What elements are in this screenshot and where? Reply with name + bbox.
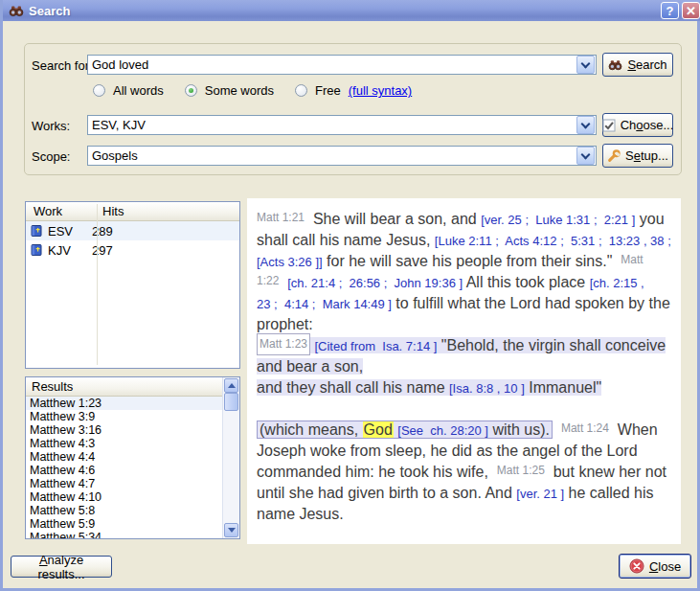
column-header-work[interactable]: Work [34, 202, 62, 220]
selected-verse-highlight: and bear a son, [257, 358, 363, 375]
verse-preview-pane[interactable]: Matt 1:21 She will bear a son, and [ver.… [247, 198, 681, 544]
search-input-value: God loved [88, 57, 576, 72]
verse-text [553, 421, 561, 438]
list-item[interactable]: Matthew 5:34 [26, 531, 223, 538]
verse-text: When [609, 421, 658, 438]
preview-line: until she had given birth to a son. And … [257, 483, 681, 504]
book-icon [30, 243, 43, 257]
cross-reference-link[interactable]: [Isa. 8:8 , 10 ] [449, 381, 525, 396]
list-item[interactable]: Matthew 4:10 [26, 490, 223, 504]
works-label: Works: [32, 119, 70, 133]
verse-marker: 1:22 [257, 271, 279, 291]
cross-reference-link[interactable]: [ch. 21:4 ; 26:56 ; John 19:36 ] [287, 276, 463, 290]
verse-text: you [635, 211, 664, 227]
cross-reference-link[interactable]: [Luke 2:11 ; Acts 4:12 ; 5:31 ; 13:23 , … [435, 234, 671, 248]
preview-line: Joseph woke from sleep, he did as the an… [257, 441, 681, 462]
verse-text: and they shall call his name [257, 379, 449, 396]
preview-line: and bear a son, [257, 356, 681, 377]
cross-reference-link[interactable]: [Acts 3:26 ]] [257, 255, 323, 269]
radio-some-words-label[interactable]: Some words [205, 83, 274, 98]
hit-count: 297 [92, 243, 113, 258]
results-list: Matthew 1:23Matthew 3:9Matthew 3:16Matth… [26, 397, 223, 538]
analyze-results-button[interactable]: Analyze results... [11, 556, 112, 578]
book-icon [30, 224, 43, 238]
cross-reference-link[interactable]: [ver. 25 ; Luke 1:31 ; 2:21 ] [481, 213, 635, 227]
verse-text: he called his [564, 485, 653, 501]
preview-line: commanded him: he took his wife, Matt 1:… [257, 462, 681, 483]
list-item[interactable]: Matthew 5:9 [26, 517, 223, 531]
verse-text: Joseph woke from sleep, he did as the an… [257, 443, 638, 459]
full-syntax-link[interactable]: (full syntax) [349, 83, 412, 98]
chevron-down-icon[interactable] [576, 56, 595, 74]
preview-line [257, 398, 681, 420]
chevron-down-icon[interactable] [576, 147, 595, 165]
close-button-label: Close [649, 559, 681, 574]
radio-free[interactable] [295, 84, 307, 97]
verse-text [279, 274, 287, 290]
hits-table-panel: Work Hits ESV289KJV297 [25, 201, 240, 369]
verse-marker: Matt [621, 250, 643, 270]
works-combo[interactable]: ESV, KJV [87, 115, 597, 135]
radio-all-words[interactable] [93, 84, 105, 97]
column-header-hits[interactable]: Hits [102, 202, 124, 220]
scrollbar-thumb[interactable] [224, 393, 238, 411]
list-item[interactable]: Matthew 3:16 [26, 423, 223, 437]
cross-reference-link[interactable]: [ver. 21 ] [516, 487, 564, 501]
results-panel: Results Matthew 1:23Matthew 3:9Matthew 3… [25, 376, 240, 539]
preview-line: (which means, God [See ch. 28:20 ] with … [257, 420, 681, 441]
preview-line: prophet: [257, 314, 681, 335]
verse-text: "Behold, the virgin shall conceive [437, 337, 666, 353]
results-header: Results [26, 377, 224, 397]
binoculars-icon [9, 3, 24, 18]
work-name: ESV [48, 224, 92, 239]
choose-works-button[interactable]: Choose... [602, 113, 673, 137]
results-scrollbar[interactable] [222, 377, 239, 538]
scope-setup-button[interactable]: Setup... [602, 144, 673, 168]
scroll-up-button[interactable] [224, 378, 238, 393]
radio-free-label[interactable]: Free [315, 83, 341, 98]
preview-line: name Jesus. [257, 504, 681, 525]
list-item[interactable]: Matthew 4:4 [26, 450, 223, 464]
chevron-down-icon[interactable] [576, 116, 595, 134]
works-combo-value: ESV, KJV [88, 118, 576, 132]
preview-line: [Acts 3:26 ]] for he will save his peopl… [257, 251, 681, 272]
titlebar-close-button[interactable]: ✕ [682, 2, 700, 19]
list-item[interactable]: Matthew 4:6 [26, 464, 223, 477]
analyze-results-button-label: Analyze results... [17, 553, 105, 581]
title-bar[interactable]: Search ? ✕ [3, 0, 700, 21]
verse-text: and bear a son, [257, 358, 363, 375]
list-item[interactable]: Matthew 4:3 [26, 437, 223, 450]
choose-works-button-label: Choose... [621, 118, 674, 132]
cross-reference-link[interactable]: [See ch. 28:20 ] [397, 423, 488, 438]
hit-count: 289 [92, 224, 113, 239]
work-name: KJV [48, 243, 92, 258]
radio-all-words-label[interactable]: All words [113, 83, 164, 98]
close-button[interactable]: Close [619, 554, 691, 579]
list-item[interactable]: Matthew 4:7 [26, 477, 223, 490]
verse-text: She will bear a son, and [305, 211, 481, 227]
hits-table-header: Work Hits [26, 202, 239, 221]
list-item[interactable]: Matthew 5:8 [26, 504, 223, 517]
list-item[interactable]: Matthew 1:23 [26, 397, 223, 410]
verse-text: shall call his name Jesus, [257, 232, 435, 248]
checkmark-icon [602, 119, 616, 132]
preview-line: Matt 1:23 [Cited from Isa. 7:14 ] "Behol… [257, 335, 681, 356]
cross-reference-link[interactable]: [Cited from Isa. 7:14 ] [314, 339, 437, 353]
scope-combo[interactable]: Gospels [87, 146, 597, 166]
search-dialog-window: Search ? ✕ Search for: God loved Search … [0, 0, 700, 591]
verse-text: All this took place [463, 274, 590, 290]
selected-verse-highlight: Matt 1:23 [Cited from Isa. 7:14 ] "Behol… [257, 337, 666, 353]
cross-reference-link[interactable]: [ch. 2:15 , [590, 276, 644, 290]
cross-reference-link[interactable]: 23 ; 4:14 ; Mark 14:49 ] [257, 297, 392, 311]
radio-some-words[interactable] [185, 84, 197, 97]
search-button[interactable]: Search [602, 53, 673, 77]
search-input[interactable]: God loved [87, 55, 597, 75]
list-item[interactable]: Matthew 3:9 [26, 410, 223, 423]
close-circle-icon [629, 558, 644, 574]
table-row[interactable]: ESV289 [26, 221, 239, 240]
verse-marker: Matt 1:25 [497, 461, 545, 481]
help-button[interactable]: ? [661, 2, 679, 19]
table-row[interactable]: KJV297 [26, 240, 239, 260]
scroll-down-button[interactable] [224, 523, 238, 537]
verse-text: commanded him: he took his wife, [257, 464, 497, 480]
